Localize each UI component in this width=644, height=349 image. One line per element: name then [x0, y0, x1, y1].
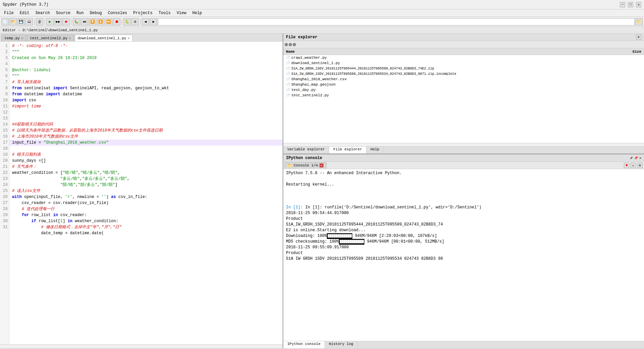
ipython-console-output[interactable]: IPython 7.5.0 -- An enhanced Interactive…	[283, 169, 644, 341]
tab-ipython-console[interactable]: IPython console	[283, 341, 325, 348]
tab-close-icon[interactable]: ✕	[69, 36, 71, 40]
stop-debug-button[interactable]: ⏹	[113, 18, 120, 26]
ipy-blank-4	[286, 199, 641, 205]
run-selection-button[interactable]: ▶▶	[54, 18, 62, 26]
forward-button[interactable]: ▶	[150, 18, 157, 26]
save-all-button[interactable]: 🗂	[25, 18, 33, 26]
ipy-pin-icon[interactable]: 📌	[634, 156, 638, 160]
file-item-zip2[interactable]: 📄 S1A_IW_GRDH_1SDV_20181125T095509_20181…	[283, 71, 644, 77]
tab-help[interactable]: Help	[366, 147, 384, 153]
menu-item-help[interactable]: Help	[190, 10, 205, 16]
debug-button[interactable]: 🐛	[73, 18, 80, 26]
line-numbers: 1234567891011121314151617181920212223242…	[0, 42, 9, 344]
code-text[interactable]: # -*- coding: utf-8 -*- """ Created on S…	[9, 42, 283, 344]
ipy-output-9: S1A IW GRDH 1SDV 20181125T095509 2018112…	[286, 256, 641, 262]
window-controls[interactable]: ─ □ ✕	[620, 2, 641, 7]
menu-item-edit[interactable]: Edit	[17, 10, 32, 16]
open-file-button[interactable]: 📂	[9, 18, 17, 26]
ipy-close-icon[interactable]: ✕	[639, 156, 641, 160]
ipython-title: IPython console	[286, 156, 322, 160]
ipy-settings-button[interactable]: ⚙	[637, 163, 643, 168]
editor-pane: temp.py ✕ test_sentinel2.py ✕ download_s…	[0, 34, 283, 348]
menu-item-consoles[interactable]: Consoles	[105, 10, 130, 16]
ipy-stop-button[interactable]: ■	[624, 163, 629, 168]
ipy-output-2: Product	[286, 216, 641, 222]
spyder-button[interactable]: 🐍	[123, 18, 131, 26]
file-name-6: test_day.py	[291, 88, 316, 92]
file-icon-3: 📄	[286, 72, 290, 76]
menu-item-projects[interactable]: Projects	[130, 10, 155, 16]
file-icon-7: 📄	[286, 93, 290, 97]
tab-history-log[interactable]: History log	[325, 341, 358, 348]
save-button[interactable]: 💾	[17, 18, 25, 26]
browse-button[interactable]: 📁	[635, 18, 643, 26]
ipy-resize-icon[interactable]: ⤢	[630, 156, 633, 160]
file-item-crawl[interactable]: 📄 crawl_weather.py	[283, 55, 644, 60]
file-name-3: S1A_IW_GRDH_1SDV_20181125T095509_2018112…	[291, 72, 456, 76]
tab-temp-py[interactable]: temp.py ✕	[1, 35, 26, 41]
tab-download-sentinel[interactable]: download_sentinel_1.py ✕	[75, 35, 133, 41]
fe-item-name-6: 📄 test_day.py	[286, 88, 316, 92]
menu-item-source[interactable]: Source	[53, 10, 73, 16]
content-area: temp.py ✕ test_sentinel2.py ✕ download_s…	[0, 34, 644, 348]
fe-item-name-5: 📄 Shanghai_map.geojson	[286, 83, 336, 87]
file-item-zip1[interactable]: 📄 S1A_IW_GRDH_1SDV_20181125T095444_20181…	[283, 66, 644, 71]
preferences-button[interactable]: @	[36, 18, 43, 26]
fe-item-name-1: 📄 download_sentinel_1.py	[286, 61, 340, 65]
step-button[interactable]: ⏭	[81, 18, 88, 26]
new-file-button[interactable]: 📄	[1, 18, 9, 26]
tab-close-icon[interactable]: ✕	[21, 36, 23, 40]
minimize-button[interactable]: ─	[620, 2, 625, 7]
step-into-button[interactable]: ⏬	[89, 18, 96, 26]
settings-button[interactable]: ⚙	[131, 18, 139, 26]
fe-header-controls: ⚙	[636, 35, 641, 40]
stop-button[interactable]: ■	[62, 18, 70, 26]
fe-dot-3[interactable]	[293, 43, 296, 46]
tab-variable-explorer[interactable]: Variable explorer	[283, 147, 329, 153]
console-tab-1[interactable]: 📁 Console 1/A ✕	[285, 162, 327, 168]
continue-button[interactable]: ⏩	[105, 18, 112, 26]
ipy-blank-2	[286, 188, 641, 193]
file-item-testsentinel2[interactable]: 📄 test_sentinel2.py	[283, 93, 644, 98]
ipy-tab-bar: IPython console History log	[283, 341, 644, 348]
file-item-download[interactable]: 📄 download_sentinel_1.py	[283, 60, 644, 66]
fe-dot-1[interactable]	[285, 43, 288, 46]
tab-file-explorer[interactable]: File explorer	[329, 147, 366, 153]
tab-test-sentinel2[interactable]: test_sentinel2.py ✕	[27, 35, 74, 41]
menu-item-tools[interactable]: Tools	[156, 10, 173, 16]
run-button[interactable]: ▶	[46, 18, 54, 26]
fe-dot-2[interactable]	[289, 43, 292, 46]
ipy-output-6: MD5 checksumming: 100%████████████ 946M/…	[286, 239, 641, 245]
file-icon-1: 📄	[286, 61, 290, 65]
toolbar-separator-4	[122, 18, 122, 25]
ipy-header-controls: ⤢ 📌 ✕	[630, 156, 641, 160]
file-item-geojson[interactable]: 📄 Shanghai_map.geojson	[283, 82, 644, 87]
ipy-text-9: S1A IW GRDH 1SDV 20181125T095509 2018112…	[286, 256, 443, 261]
file-explorer-title: File explorer	[286, 35, 317, 40]
path-input[interactable]: D:\Sentinel	[158, 18, 635, 26]
menu-item-search[interactable]: Search	[33, 10, 53, 16]
editor-tabs: temp.py ✕ test_sentinel2.py ✕ download_s…	[0, 34, 283, 42]
ipy-output-7: 2018-11-25 09:55:09.917000	[286, 245, 641, 250]
horizontal-scrollbar[interactable]	[0, 344, 283, 348]
close-button[interactable]: ✕	[636, 2, 641, 7]
ipy-edit-button[interactable]: ✏	[631, 163, 636, 168]
fe-up-button[interactable]: ⚙	[636, 35, 641, 40]
console-close-button[interactable]: ✕	[319, 163, 324, 167]
tab-help-label: Help	[370, 147, 379, 151]
fe-horizontal-scrollbar[interactable]	[283, 143, 644, 146]
maximize-button[interactable]: □	[628, 2, 633, 7]
menu-item-view[interactable]: View	[174, 10, 189, 16]
fe-col-size: Size	[633, 50, 641, 54]
back-button[interactable]: ◀	[142, 18, 149, 26]
ipy-blank-3	[286, 193, 641, 199]
menu-item-file[interactable]: File	[1, 10, 16, 16]
tab-close-icon[interactable]: ✕	[128, 36, 130, 40]
toolbar-separator-1	[34, 18, 35, 25]
menu-item-debug[interactable]: Debug	[87, 10, 105, 16]
file-item-shanghai-csv[interactable]: 📄 Shanghai_2018_weather.csv	[283, 77, 644, 82]
file-item-testday[interactable]: 📄 test_day.py	[283, 87, 644, 93]
fe-column-headers: Name Size	[283, 48, 644, 55]
step-out-button[interactable]: ⏫	[97, 18, 104, 26]
menu-item-run[interactable]: Run	[74, 10, 86, 16]
